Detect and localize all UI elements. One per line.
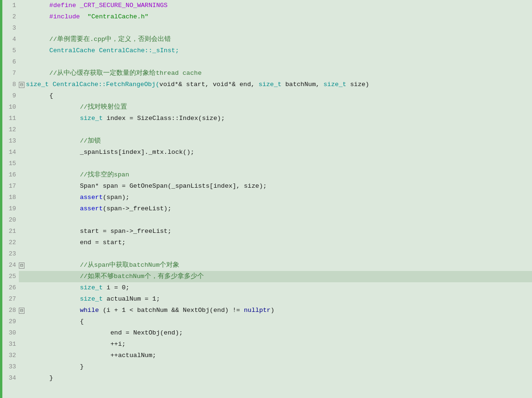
line-number: 30 bbox=[2, 327, 16, 339]
code-line: assert(span); bbox=[19, 192, 532, 203]
code-line bbox=[19, 248, 532, 260]
code-line: _spanLists[index]._mtx.lock(); bbox=[19, 147, 532, 158]
code-area[interactable]: #define _CRT_SECURE_NO_WARNINGS #include… bbox=[19, 0, 532, 398]
line-number: 29 bbox=[2, 316, 16, 327]
line-number: 32 bbox=[2, 350, 16, 361]
code-line: end = start; bbox=[19, 237, 532, 248]
code-line: ⊟ //从span中获取batchNum个对象 bbox=[19, 260, 532, 271]
line-number: 14 bbox=[2, 147, 16, 158]
line-number: 24 bbox=[2, 260, 16, 271]
code-line: { bbox=[19, 90, 532, 102]
line-number: 31 bbox=[2, 339, 16, 350]
line-number: 3 bbox=[2, 23, 16, 34]
code-line: end = NextObj(end); bbox=[19, 327, 532, 339]
code-line: ⊟size_t CentralCache::FetchRangeObj(void… bbox=[19, 79, 532, 90]
code-line: } bbox=[19, 361, 532, 373]
line-number: 8 bbox=[2, 79, 16, 90]
line-number: 12 bbox=[2, 124, 16, 135]
line-number: 23 bbox=[2, 248, 16, 260]
line-number: 27 bbox=[2, 294, 16, 305]
code-line: size_t i = 0; bbox=[19, 282, 532, 294]
code-line: #define _CRT_SECURE_NO_WARNINGS bbox=[19, 0, 532, 11]
code-line bbox=[19, 215, 532, 226]
line-number: 28 bbox=[2, 305, 16, 316]
line-number: 33 bbox=[2, 361, 16, 373]
line-number: 5 bbox=[2, 45, 16, 56]
code-line: //单例需要在.cpp中，定义，否则会出错 bbox=[19, 34, 532, 45]
code-line: //如果不够batchNum个，有多少拿多少个 bbox=[19, 271, 532, 282]
line-number: 18 bbox=[2, 192, 16, 203]
code-line bbox=[19, 56, 532, 68]
line-number: 15 bbox=[2, 158, 16, 169]
code-line: //加锁 bbox=[19, 135, 532, 147]
line-number: 11 bbox=[2, 113, 16, 124]
code-line: //从中心缓存获取一定数量的对象给thread cache bbox=[19, 68, 532, 79]
code-line: size_t index = SizeClass::Index(size); bbox=[19, 113, 532, 124]
line-number: 4 bbox=[2, 34, 16, 45]
line-number: 34 bbox=[2, 373, 16, 384]
code-line: //找对映射位置 bbox=[19, 102, 532, 113]
line-number: 2 bbox=[2, 11, 16, 23]
line-number: 9 bbox=[2, 90, 16, 102]
code-line: Span* span = GetOneSpan(_spanLists[index… bbox=[19, 181, 532, 192]
line-number: 16 bbox=[2, 169, 16, 181]
line-number: 20 bbox=[2, 215, 16, 226]
code-line: #include "CentralCache.h" bbox=[19, 11, 532, 23]
code-line: } bbox=[19, 373, 532, 384]
code-line: start = span->_freeList; bbox=[19, 226, 532, 237]
code-line bbox=[19, 23, 532, 34]
line-numbers: 1234567891011121314151617181920212223242… bbox=[2, 0, 19, 398]
code-line: CentralCache CentralCache::_sInst; bbox=[19, 45, 532, 56]
line-number: 22 bbox=[2, 237, 16, 248]
line-number: 17 bbox=[2, 181, 16, 192]
code-line: assert(span->_freeList); bbox=[19, 203, 532, 215]
code-line bbox=[19, 158, 532, 169]
code-line: //找非空的span bbox=[19, 169, 532, 181]
line-number: 21 bbox=[2, 226, 16, 237]
line-number: 13 bbox=[2, 135, 16, 147]
line-number: 19 bbox=[2, 203, 16, 215]
code-line: ++i; bbox=[19, 339, 532, 350]
editor: 1234567891011121314151617181920212223242… bbox=[0, 0, 532, 398]
line-number: 26 bbox=[2, 282, 16, 294]
code-line: size_t actualNum = 1; bbox=[19, 294, 532, 305]
code-line bbox=[19, 124, 532, 135]
line-number: 10 bbox=[2, 102, 16, 113]
code-line: ⊟ while (i + 1 < batchNum && NextObj(end… bbox=[19, 305, 532, 316]
code-line: ++actualNum; bbox=[19, 350, 532, 361]
line-number: 7 bbox=[2, 68, 16, 79]
line-number: 25 bbox=[2, 271, 16, 282]
code-line: { bbox=[19, 316, 532, 327]
line-number: 1 bbox=[2, 0, 16, 11]
line-number: 6 bbox=[2, 56, 16, 68]
